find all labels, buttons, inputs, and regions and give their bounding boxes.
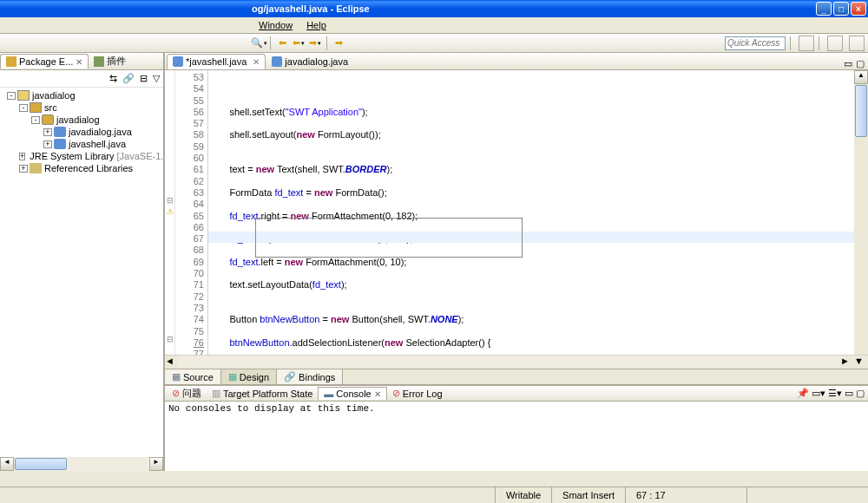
scroll-right-icon[interactable]: ► <box>840 356 854 369</box>
expand-icon[interactable]: + <box>19 165 28 173</box>
open-console-icon[interactable]: ☰▾ <box>828 388 842 399</box>
code-content[interactable]: shell.setText("SWT Application"); shell.… <box>208 70 854 355</box>
scroll-left-icon[interactable]: ◄ <box>0 457 14 471</box>
status-writable: Writable <box>495 487 551 503</box>
editor-tabs: *javashell.java ✕ javadialog.java ▭ ▢ <box>165 53 868 70</box>
scroll-left-icon[interactable]: ◄ <box>165 356 179 369</box>
forward-nav-icon[interactable]: ➡ <box>332 36 345 50</box>
src-folder-icon <box>30 102 42 113</box>
focus-icon[interactable]: ⊟ <box>140 73 148 84</box>
scroll-up-icon[interactable]: ▲ <box>854 70 868 84</box>
tab-console[interactable]: ▬Console ✕ <box>318 387 386 400</box>
menubar: Window Help <box>0 17 868 34</box>
java-file-icon <box>54 139 66 149</box>
horizontal-scrollbar[interactable]: ◄ ► <box>0 457 163 471</box>
expand-icon[interactable]: + <box>43 140 52 148</box>
minimize-button[interactable]: _ <box>816 2 832 16</box>
collapse-icon[interactable]: ⇆ <box>109 73 117 84</box>
tab-bindings[interactable]: 🔗Bindings <box>277 369 343 384</box>
window-title: og/javashell.java - Eclipse <box>252 3 816 14</box>
collapse-icon[interactable]: - <box>31 116 40 124</box>
package-icon <box>42 114 54 125</box>
menu-window[interactable]: Window <box>252 20 299 30</box>
perspective-java[interactable] <box>827 36 843 51</box>
maximize-button[interactable]: □ <box>833 2 849 16</box>
minimize-icon[interactable]: ▭ <box>845 388 853 399</box>
back-icon[interactable]: ⬅▾ <box>292 36 306 50</box>
quick-access-input[interactable] <box>725 36 786 50</box>
console-panel: ⊘问题 ▥Target Platform State ▬Console ✕ ⊘E… <box>165 384 868 471</box>
plugin-icon <box>94 56 104 67</box>
java-file-icon <box>54 127 66 137</box>
java-file-icon <box>272 56 282 67</box>
close-icon[interactable]: ✕ <box>76 57 82 67</box>
minimize-view-icon[interactable]: ▭ <box>844 58 852 69</box>
fold-icon[interactable]: ⊟ <box>167 335 174 343</box>
selection-box <box>255 218 523 258</box>
console-output: No consoles to display at this time. <box>165 402 868 471</box>
maximize-view-icon[interactable]: ▢ <box>856 58 865 69</box>
last-edit-icon[interactable]: ⬅ <box>275 36 289 50</box>
menu-icon[interactable]: ▽ <box>153 73 160 84</box>
scroll-thumb[interactable] <box>855 85 867 137</box>
fold-icon[interactable]: ⊟ <box>167 196 174 205</box>
perspective-other[interactable] <box>849 36 865 51</box>
package-icon <box>6 56 16 67</box>
java-file-icon <box>173 56 183 67</box>
perspective-button[interactable] <box>799 36 814 51</box>
statusbar: Writable Smart Insert 67 : 17 <box>0 487 868 503</box>
status-cursor-position: 67 : 17 <box>625 487 746 503</box>
collapse-icon[interactable]: - <box>7 92 16 100</box>
library-icon <box>30 163 42 173</box>
close-icon[interactable]: ✕ <box>253 57 260 67</box>
tab-plugins[interactable]: 插件 <box>89 53 131 69</box>
tab-package-explorer[interactable]: Package E... ✕ <box>0 54 89 69</box>
menu-help[interactable]: Help <box>299 20 333 30</box>
code-editor[interactable]: ⊟ ⚠ ⊟ 5354555657585960616263646566676869… <box>165 70 868 355</box>
status-insert-mode: Smart Insert <box>551 487 625 503</box>
line-numbers: 5354555657585960616263646566676869707172… <box>175 70 208 355</box>
tab-target-platform[interactable]: ▥Target Platform State <box>207 387 318 400</box>
editor-view-tabs: ▦Source ▦Design 🔗Bindings <box>165 369 868 384</box>
marker-bar: ⊟ ⚠ ⊟ <box>165 70 175 355</box>
expand-icon[interactable]: + <box>19 153 25 160</box>
search-icon[interactable]: 🔍▾ <box>252 36 266 50</box>
tab-design[interactable]: ▦Design <box>221 369 277 384</box>
main-toolbar: 🔍▾ ⬅ ⬅▾ ➡▾ ➡ <box>0 34 868 53</box>
scroll-right-icon[interactable]: ► <box>149 457 163 471</box>
package-explorer-panel: Package E... ✕ 插件 ⇆ 🔗 ⊟ ▽ -javadialog -s… <box>0 53 165 471</box>
vertical-scrollbar[interactable]: ▲ <box>854 70 868 355</box>
close-icon[interactable]: ✕ <box>374 389 381 399</box>
collapse-icon[interactable]: - <box>19 104 28 112</box>
tab-error-log[interactable]: ⊘Error Log <box>387 387 448 400</box>
tab-javashell[interactable]: *javashell.java ✕ <box>167 54 266 69</box>
maximize-icon[interactable]: ▢ <box>856 388 865 399</box>
link-icon[interactable]: 🔗 <box>122 73 135 84</box>
tab-source[interactable]: ▦Source <box>165 369 221 384</box>
warning-icon: ⚠ <box>167 207 174 216</box>
expand-icon[interactable]: + <box>43 128 52 136</box>
project-icon <box>17 90 30 101</box>
display-icon[interactable]: ▭▾ <box>812 388 825 399</box>
package-toolbar: ⇆ 🔗 ⊟ ▽ <box>0 70 163 88</box>
scroll-thumb[interactable] <box>15 458 67 470</box>
tab-problems[interactable]: ⊘问题 <box>167 386 207 401</box>
editor-horizontal-scrollbar[interactable]: ◄ ► ▼ <box>165 355 868 369</box>
forward-icon[interactable]: ➡▾ <box>308 36 322 50</box>
tab-javadialog[interactable]: javadialog.java <box>266 54 354 69</box>
pin-icon[interactable]: 📌 <box>797 388 809 399</box>
titlebar[interactable]: og/javashell.java - Eclipse _ □ × <box>0 0 868 17</box>
scroll-down-icon[interactable]: ▼ <box>854 356 868 369</box>
close-button[interactable]: × <box>851 2 866 16</box>
package-tree[interactable]: -javadialog -src -javadialog +javadialog… <box>0 88 163 457</box>
